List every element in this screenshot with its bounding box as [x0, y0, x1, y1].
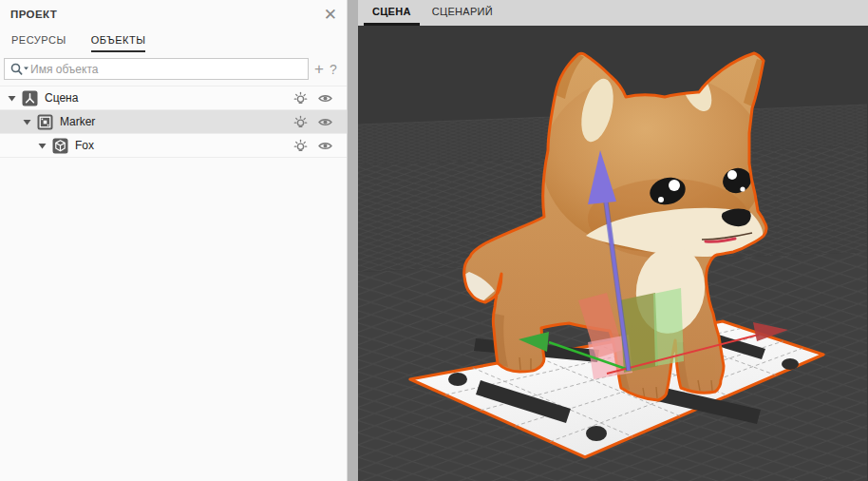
bulb-icon[interactable] [292, 114, 309, 130]
tree-row-scene[interactable]: Сцена [0, 87, 347, 110]
tab-scene[interactable]: СЦЕНА [364, 0, 420, 26]
expander-icon[interactable] [23, 118, 31, 126]
bulb-icon[interactable] [292, 90, 309, 106]
tree-label-marker: Marker [60, 115, 292, 128]
viewport-panel: СЦЕНА СЦЕНАРИЙ [358, 0, 868, 481]
tree-label-scene: Сцена [45, 91, 292, 105]
scene-render [358, 26, 868, 481]
scene-axes-icon [22, 90, 38, 106]
eye-icon[interactable] [317, 138, 333, 154]
search-dropdown-arrow-icon [24, 67, 28, 69]
tree-row-marker[interactable]: Marker [0, 110, 347, 134]
close-icon[interactable]: ✕ [324, 7, 337, 23]
tree-row-fox[interactable]: Fox [0, 134, 347, 158]
marker-icon [37, 114, 53, 130]
model-cube-icon [52, 138, 68, 154]
project-panel-header: ПРОЕКТ ✕ [0, 0, 347, 29]
tab-objects[interactable]: ОБЪЕКТЫ [91, 34, 146, 52]
search-box[interactable] [4, 58, 309, 80]
search-icon[interactable] [9, 62, 30, 77]
panel-splitter[interactable] [348, 0, 358, 481]
search-input[interactable] [30, 63, 302, 76]
tab-scenario[interactable]: СЦЕНАРИЙ [424, 0, 501, 26]
help-button[interactable]: ? [330, 63, 337, 76]
viewport-tabs: СЦЕНА СЦЕНАРИЙ [358, 0, 868, 26]
project-panel-tabs: РЕСУРСЫ ОБЪЕКТЫ [0, 29, 347, 52]
project-panel: ПРОЕКТ ✕ РЕСУРСЫ ОБЪЕКТЫ + ? [0, 0, 348, 481]
expander-icon[interactable] [8, 94, 16, 103]
scene-3d-view[interactable] [358, 26, 868, 481]
application-window: ПРОЕКТ ✕ РЕСУРСЫ ОБЪЕКТЫ + ? [0, 0, 868, 481]
panel-title: ПРОЕКТ [10, 9, 57, 20]
tree-label-fox: Fox [75, 139, 292, 152]
object-tree: Сцена [0, 86, 347, 158]
eye-icon[interactable] [317, 114, 333, 130]
add-object-button[interactable]: + [314, 61, 324, 77]
tab-resources[interactable]: РЕСУРСЫ [11, 34, 66, 52]
expander-icon[interactable] [38, 142, 47, 150]
bulb-icon[interactable] [292, 138, 309, 154]
eye-icon[interactable] [317, 90, 333, 106]
object-search-row: + ? [0, 52, 347, 86]
